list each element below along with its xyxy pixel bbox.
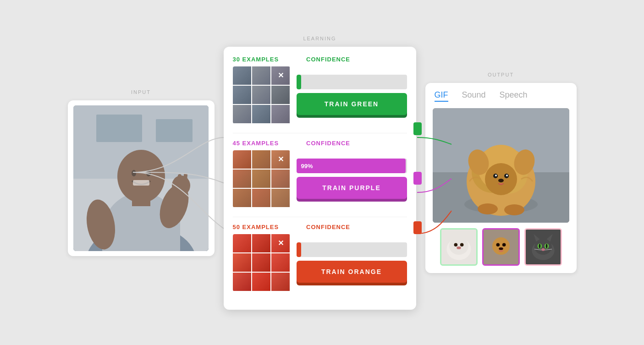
- thumb-cell: [252, 66, 270, 85]
- thumb-cell: [233, 170, 251, 188]
- orange-confidence-bar: [297, 242, 407, 257]
- purple-indicator: [413, 172, 422, 185]
- thumb-cell: [233, 105, 251, 123]
- thumb-cell: [252, 253, 270, 272]
- svg-point-27: [495, 175, 497, 176]
- green-examples-count: 30 EXAMPLES: [233, 56, 279, 63]
- green-confidence-fill: [297, 75, 301, 89]
- thumb-cell: [233, 86, 251, 104]
- thumb-cell: [252, 170, 270, 188]
- output-card: GIF Sound Speech: [425, 83, 577, 273]
- tab-gif[interactable]: GIF: [435, 90, 448, 102]
- output-thumb-1[interactable]: [440, 228, 478, 266]
- thumb-cell: [271, 105, 290, 123]
- tab-sound[interactable]: Sound: [462, 90, 486, 102]
- svg-point-15: [146, 170, 151, 176]
- orange-confidence-fill: [297, 242, 301, 257]
- learning-card: 30 EXAMPLES CONFIDENCE ✕: [224, 47, 416, 310]
- output-tabs: GIF Sound Speech: [433, 90, 569, 102]
- svg-point-14: [132, 170, 136, 176]
- output-section: OUTPUT GIF Sound Speech: [425, 72, 577, 273]
- svg-point-13: [117, 150, 165, 203]
- input-image: [73, 105, 209, 251]
- svg-rect-10: [178, 174, 182, 187]
- input-label: INPUT: [131, 89, 151, 95]
- svg-point-43: [496, 243, 500, 246]
- orange-controls: TRAIN ORANGE: [297, 242, 407, 283]
- learning-label: LEARNING: [303, 36, 336, 41]
- orange-class-header: 50 EXAMPLES CONFIDENCE: [233, 224, 407, 230]
- svg-point-45: [499, 247, 503, 250]
- svg-point-38: [460, 243, 463, 246]
- thumb-cell: [252, 150, 270, 169]
- purple-thumb-grid: ✕: [233, 150, 290, 208]
- green-confidence-bar: [297, 75, 407, 89]
- thumb-cell: [233, 253, 251, 272]
- train-purple-button[interactable]: TRAIN PURPLE: [297, 177, 407, 199]
- green-indicator: [413, 122, 422, 135]
- thumb-cell: [271, 86, 290, 104]
- train-orange-button[interactable]: TRAIN ORANGE: [297, 261, 407, 283]
- tab-speech[interactable]: Speech: [500, 90, 528, 102]
- thumb-cell: [271, 170, 290, 188]
- svg-point-36: [449, 237, 468, 255]
- divider-1: [233, 133, 407, 133]
- svg-point-42: [492, 237, 510, 255]
- thumb-cell: [252, 234, 270, 252]
- thumb-cell: [271, 189, 290, 207]
- thumb-cell: [271, 253, 290, 272]
- output-label: OUTPUT: [488, 72, 514, 77]
- green-class-content: ✕ TRAIN GREEN: [233, 66, 407, 124]
- svg-point-28: [506, 175, 508, 176]
- dog-svg: [433, 108, 569, 223]
- app-layout: INPUT: [0, 0, 644, 345]
- white-dog-svg: [441, 230, 476, 264]
- green-class-header: 30 EXAMPLES CONFIDENCE: [233, 56, 407, 63]
- green-confidence-label: CONFIDENCE: [306, 56, 350, 63]
- svg-point-39: [457, 246, 461, 249]
- learning-section: LEARNING 30 EXAMPLES CONFIDENCE ✕: [224, 36, 416, 310]
- svg-point-33: [504, 204, 524, 215]
- thumb-cell: [252, 105, 270, 123]
- output-thumb-2[interactable]: [482, 228, 520, 266]
- svg-point-55: [541, 248, 545, 251]
- green-controls: TRAIN GREEN: [297, 75, 407, 115]
- thumb-cell: [271, 273, 290, 291]
- output-gif-display: [433, 108, 569, 223]
- svg-rect-3: [156, 119, 193, 142]
- orange-indicator: [413, 221, 422, 234]
- svg-point-54: [545, 244, 547, 248]
- orange-class-content: ✕ TRAIN ORANGE: [233, 234, 407, 291]
- svg-rect-2: [96, 115, 142, 142]
- thumb-cell: ✕: [271, 66, 290, 85]
- orange-class-row: 50 EXAMPLES CONFIDENCE ✕: [233, 224, 407, 291]
- svg-point-37: [454, 243, 457, 246]
- brown-dog-svg: [484, 230, 518, 264]
- purple-confidence-label: CONFIDENCE: [306, 140, 350, 147]
- thumb-cell: [233, 66, 251, 85]
- purple-class-row: 45 EXAMPLES CONFIDENCE ✕: [233, 140, 407, 208]
- person-svg: [73, 105, 209, 251]
- train-green-button[interactable]: TRAIN GREEN: [297, 93, 407, 115]
- thumb-cell: [233, 273, 251, 291]
- svg-point-48: [534, 239, 552, 255]
- thumb-cell: [252, 273, 270, 291]
- thumb-cell: [233, 234, 251, 252]
- purple-class-content: ✕ 99% TRAIN PURPLE: [233, 150, 407, 208]
- purple-confidence-bar: 99%: [297, 159, 407, 173]
- output-thumb-3[interactable]: [524, 228, 562, 266]
- divider-2: [233, 217, 407, 217]
- orange-thumb-grid: ✕: [233, 234, 290, 291]
- purple-confidence-fill: 99%: [297, 159, 406, 173]
- orange-confidence-label: CONFIDENCE: [306, 224, 350, 230]
- thumb-cell: ✕: [271, 150, 290, 169]
- learning-indicators: [413, 122, 422, 234]
- input-section: INPUT: [68, 89, 215, 256]
- svg-point-44: [502, 243, 506, 246]
- thumb-cell: [252, 189, 270, 207]
- svg-rect-16: [133, 180, 149, 186]
- thumb-cell: ✕: [271, 234, 290, 252]
- svg-point-29: [498, 179, 504, 182]
- thumb-img-white-dog: [441, 230, 476, 264]
- output-thumbnails: [433, 228, 569, 266]
